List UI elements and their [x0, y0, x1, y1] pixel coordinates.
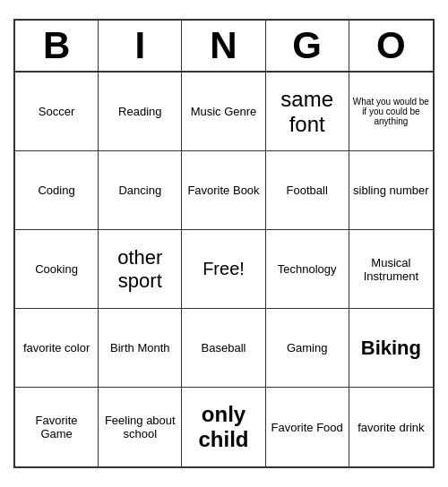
bingo-cell-7: Favorite Book	[182, 151, 265, 230]
bingo-cell-16: Birth Month	[99, 309, 182, 388]
bingo-cell-21: Feeling about school	[99, 388, 182, 466]
bingo-cell-22: only child	[182, 388, 265, 466]
bingo-cell-23: Favorite Food	[266, 388, 349, 466]
bingo-cell-15: favorite color	[15, 309, 99, 388]
bingo-cell-18: Gaming	[266, 309, 349, 388]
bingo-cell-12: Free!	[182, 230, 265, 309]
bingo-cell-5: Coding	[15, 151, 99, 230]
bingo-cell-13: Technology	[266, 230, 349, 309]
bingo-letter-i: I	[99, 21, 182, 71]
bingo-cell-14: Musical Instrument	[349, 230, 433, 309]
bingo-grid: SoccerReadingMusic Genresame fontWhat yo…	[15, 73, 433, 466]
bingo-cell-0: Soccer	[15, 73, 99, 151]
bingo-cell-9: sibling number	[349, 151, 433, 230]
bingo-letter-n: N	[182, 21, 265, 71]
bingo-cell-3: same font	[266, 73, 349, 151]
bingo-cell-1: Reading	[99, 73, 182, 151]
bingo-cell-19: Biking	[349, 309, 433, 388]
bingo-letter-o: O	[349, 21, 433, 71]
bingo-cell-4: What you would be if you could be anythi…	[349, 73, 433, 151]
bingo-cell-2: Music Genre	[182, 73, 265, 151]
bingo-cell-20: Favorite Game	[15, 388, 99, 466]
bingo-cell-10: Cooking	[15, 230, 99, 309]
bingo-card: BINGO SoccerReadingMusic Genresame fontW…	[13, 19, 435, 468]
bingo-cell-17: Baseball	[182, 309, 265, 388]
bingo-letter-b: B	[15, 21, 99, 71]
bingo-header: BINGO	[15, 21, 433, 73]
bingo-letter-g: G	[266, 21, 349, 71]
bingo-cell-8: Football	[266, 151, 349, 230]
bingo-cell-6: Dancing	[99, 151, 182, 230]
bingo-cell-24: favorite drink	[349, 388, 433, 466]
bingo-cell-11: other sport	[99, 230, 182, 309]
